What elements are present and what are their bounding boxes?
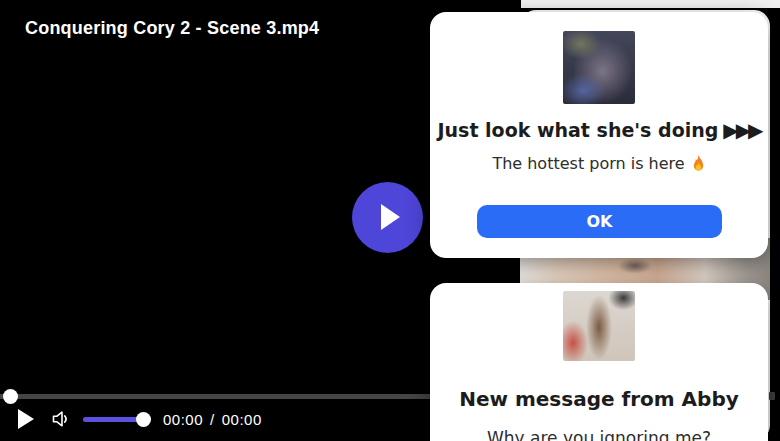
sidebar-top-strip [521,0,780,8]
message-title: New message from Abby [459,387,739,411]
arrows-icon: ▶▶▶ [723,120,760,140]
time-display: 00:00 / 00:00 [163,411,262,428]
flame-icon [691,155,706,172]
duration: 00:00 [222,411,262,428]
speaker-icon[interactable] [49,407,73,431]
big-play-button[interactable] [352,182,423,253]
play-button[interactable] [18,409,34,429]
message-thumbnail[interactable] [563,291,635,361]
video-page: Conquering Cory 2 - Scene 3.mp4 00:00 / … [0,0,780,441]
volume-handle[interactable] [136,412,151,427]
ok-button[interactable]: OK [477,205,722,238]
message-popup[interactable]: New message from Abby Why are you ignori… [430,283,768,441]
scrollbar-thumb[interactable] [769,392,775,400]
promo-subtitle: The hottest porn is here [492,154,684,173]
time-separator: / [210,411,215,428]
current-time: 00:00 [163,411,203,428]
big-play-icon [381,204,400,230]
promo-thumbnail[interactable] [563,31,635,104]
promo-title: Just look what she's doing [438,119,719,141]
progress-handle[interactable] [3,389,18,404]
video-title: Conquering Cory 2 - Scene 3.mp4 [25,18,319,39]
promo-popup[interactable]: Just look what she's doing ▶▶▶ The hotte… [430,12,768,258]
message-subtitle: Why are you ignoring me? [487,428,711,441]
